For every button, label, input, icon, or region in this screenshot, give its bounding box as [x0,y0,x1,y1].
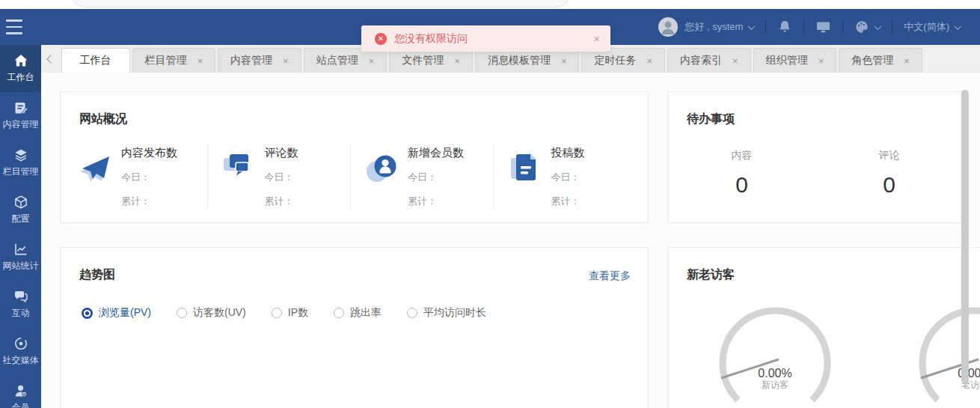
trend-metric-options: 浏览量(PV) 访客数(UV) IP数 跳出率 平均访问时长 [82,306,512,320]
divider [892,20,892,34]
stat-name: 投稿数 [551,146,585,160]
sidebar-item-members[interactable]: 会员 [0,375,41,408]
target-icon [13,336,28,351]
stat-total: 累计： [121,195,177,208]
radio-icon [177,308,187,318]
stat-today: 今日： [408,171,464,184]
returning-visitors-gauge: 0.00% 老访客 [911,302,980,408]
tab-label: 消息模板管理 [488,54,551,67]
tab-close-icon[interactable]: × [904,55,910,67]
todo-comments-column: 评论 0 [815,149,963,198]
stat-name: 评论数 [265,146,298,160]
stat-today: 今日： [265,171,298,184]
radio-bounce-rate[interactable]: 跳出率 [334,306,382,320]
todo-count: 0 [815,172,963,198]
home-icon [13,53,28,68]
tab-close-icon[interactable]: × [283,55,289,67]
browser-omnibox [71,0,570,7]
tab-label: 角色管理 [851,54,893,67]
radio-visitors[interactable]: 访客数(UV) [177,306,246,320]
tab-label: 内容管理 [230,54,272,67]
document-icon [509,152,542,183]
theme-palette-icon[interactable] [854,19,881,34]
tab-close-icon[interactable]: × [818,55,824,67]
sidebar-item-label: 配置 [12,213,30,225]
notifications-bell-icon[interactable] [777,19,792,34]
layers-icon [13,147,28,162]
card-title: 待办事项 [687,112,735,127]
radio-ip-count[interactable]: IP数 [272,306,308,320]
tab-close-icon[interactable]: × [561,55,567,67]
language-selector[interactable]: 中文(简体) [904,20,949,34]
gauge-label: 新访客 [762,380,788,390]
avatar[interactable] [658,17,678,37]
sidebar-item-categories[interactable]: 栏目管理 [0,139,41,186]
sidebar-item-dashboard[interactable]: 工作台 [0,45,41,92]
sidebar-item-content[interactable]: 内容管理 [0,92,41,139]
todo-label: 内容 [668,149,815,162]
site-overview-card: 网站概况 内容发布数 今日： 累计： [60,91,649,223]
tab-label: 内容索引 [680,54,722,67]
tab-close-icon[interactable]: × [732,55,738,67]
user-avatar-icon [658,17,678,37]
tab-organizations[interactable]: 组织管理 × [753,48,837,73]
user-icon [366,152,399,183]
sidebar-item-label: 工作台 [7,71,34,84]
stat-today: 今日： [551,171,585,184]
content-icon [13,100,28,115]
trend-chart-card: 趋势图 查看更多 浏览量(PV) 访客数(UV) IP数 跳出率 平均访问时长 [60,247,649,408]
view-more-link[interactable]: 查看更多 [589,270,631,283]
gauge-value: 0.00% [758,367,791,380]
tabs-scroll-left-icon[interactable] [41,56,60,62]
overview-stats: 内容发布数 今日： 累计： 评论数 今日： 累计： [79,143,637,208]
cube-icon [13,195,28,210]
tab-label: 栏目管理 [145,54,187,67]
tab-label: 组织管理 [766,54,808,67]
member-icon [13,383,28,398]
display-monitor-icon[interactable] [815,19,831,34]
tab-content-index[interactable]: 内容索引 × [667,48,751,73]
tab-close-icon[interactable]: × [646,55,652,67]
comments-icon [223,152,256,183]
stat-comments: 评论数 今日： 累计： [207,143,351,208]
todo-content-column: 内容 0 [668,149,815,198]
sidebar-item-label: 内容管理 [3,118,39,131]
tab-roles[interactable]: 角色管理 × [839,48,922,73]
chevron-down-icon[interactable] [955,22,962,30]
chevron-down-icon[interactable] [875,22,882,30]
tab-categories[interactable]: 栏目管理 × [132,48,216,73]
radio-icon [272,308,282,318]
menu-toggle-icon[interactable] [6,19,22,34]
sidebar-item-interaction[interactable]: 互动 [0,281,41,328]
sidebar-item-config[interactable]: 配置 [0,186,41,234]
radio-label: 平均访问时长 [423,306,486,320]
stat-total: 累计： [551,195,585,208]
chevron-down-icon[interactable] [748,22,756,30]
radio-icon [407,308,417,318]
toast-close-icon[interactable]: × [593,32,600,45]
card-title: 趋势图 [79,267,115,283]
tab-label: 文件管理 [402,54,444,67]
new-visitors-gauge: 0.00% 新访客 [711,302,839,408]
tab-close-icon[interactable]: × [369,55,375,67]
tab-close-icon[interactable]: × [197,55,203,67]
stat-name: 内容发布数 [121,146,177,160]
sidebar-item-statistics[interactable]: 网站统计 [0,234,41,281]
card-title: 新老访客 [687,267,735,283]
tab-close-icon[interactable]: × [454,55,460,67]
greeting-text[interactable]: 您好 , system [685,20,743,34]
sidebar-item-label: 栏目管理 [3,165,39,178]
stat-submissions: 投稿数 今日： 累计： [494,143,637,208]
stat-content-published: 内容发布数 今日： 累计： [79,143,207,208]
tab-dashboard[interactable]: 工作台 [61,48,130,73]
tab-label: 定时任务 [594,54,636,67]
stat-new-members: 新增会员数 今日： 累计： [350,143,494,208]
sidebar-item-social-media[interactable]: 社交媒体 [0,328,41,375]
sidebar-item-label: 互动 [12,307,30,320]
radio-avg-duration[interactable]: 平均访问时长 [407,306,486,320]
main-content: 网站概况 内容发布数 今日： 累计： [41,73,980,408]
tab-content[interactable]: 内容管理 × [218,48,301,73]
divider [842,20,843,34]
radio-pageviews[interactable]: 浏览量(PV) [82,306,151,320]
vertical-scrollbar-thumb[interactable] [961,90,969,384]
